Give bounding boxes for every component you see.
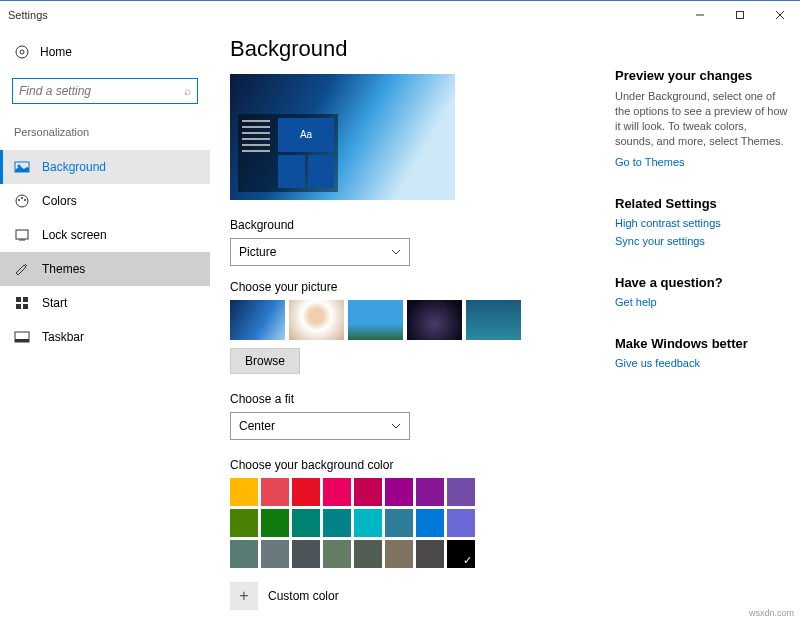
color-swatch[interactable] bbox=[354, 509, 382, 537]
color-swatch[interactable] bbox=[447, 509, 475, 537]
color-swatch[interactable] bbox=[385, 509, 413, 537]
color-swatch[interactable] bbox=[385, 540, 413, 568]
go-to-themes-link[interactable]: Go to Themes bbox=[615, 156, 788, 168]
start-preview: Aa bbox=[238, 114, 338, 192]
color-swatch[interactable] bbox=[230, 478, 258, 506]
svg-rect-15 bbox=[23, 297, 28, 302]
home-button[interactable]: Home bbox=[0, 38, 210, 66]
minimize-button[interactable] bbox=[680, 1, 720, 29]
picture-thumb[interactable] bbox=[466, 300, 521, 340]
sidebar: Home ⌕ Personalization Background Colors… bbox=[0, 28, 210, 622]
custom-color-label: Custom color bbox=[268, 589, 339, 603]
sync-settings-link[interactable]: Sync your settings bbox=[615, 235, 788, 247]
color-swatch[interactable] bbox=[230, 509, 258, 537]
feedback-link[interactable]: Give us feedback bbox=[615, 357, 788, 369]
browse-button[interactable]: Browse bbox=[230, 348, 300, 374]
start-icon bbox=[14, 295, 30, 311]
home-label: Home bbox=[40, 45, 72, 59]
sidebar-item-label: Colors bbox=[42, 194, 77, 208]
picture-thumbnails bbox=[230, 300, 595, 340]
color-swatch[interactable] bbox=[354, 540, 382, 568]
color-swatch[interactable] bbox=[323, 478, 351, 506]
page-heading: Background bbox=[230, 36, 595, 62]
get-help-link[interactable]: Get help bbox=[615, 296, 788, 308]
svg-point-5 bbox=[20, 50, 24, 54]
better-heading: Make Windows better bbox=[615, 336, 788, 351]
color-swatch[interactable] bbox=[261, 509, 289, 537]
gear-icon bbox=[14, 44, 30, 60]
color-swatch[interactable] bbox=[447, 478, 475, 506]
color-swatch[interactable] bbox=[416, 478, 444, 506]
search-icon: ⌕ bbox=[184, 84, 191, 98]
right-panel: Preview your changes Under Background, s… bbox=[615, 28, 800, 622]
custom-color-button[interactable]: + bbox=[230, 582, 258, 610]
themes-icon bbox=[14, 261, 30, 277]
color-swatch[interactable] bbox=[292, 540, 320, 568]
sidebar-item-colors[interactable]: Colors bbox=[0, 184, 210, 218]
sidebar-item-label: Start bbox=[42, 296, 67, 310]
background-label: Background bbox=[230, 218, 595, 232]
sidebar-item-label: Background bbox=[42, 160, 106, 174]
svg-rect-17 bbox=[23, 304, 28, 309]
color-swatch[interactable] bbox=[292, 478, 320, 506]
close-button[interactable] bbox=[760, 1, 800, 29]
search-field[interactable] bbox=[19, 84, 184, 98]
lockscreen-icon bbox=[14, 227, 30, 243]
sidebar-item-start[interactable]: Start bbox=[0, 286, 210, 320]
chevron-down-icon bbox=[391, 421, 401, 431]
preview-heading: Preview your changes bbox=[615, 68, 788, 83]
sidebar-item-themes[interactable]: Themes bbox=[0, 252, 210, 286]
choose-fit-label: Choose a fit bbox=[230, 392, 595, 406]
svg-rect-1 bbox=[737, 11, 744, 18]
sidebar-item-label: Themes bbox=[42, 262, 85, 276]
sidebar-item-background[interactable]: Background bbox=[0, 150, 210, 184]
sidebar-item-lockscreen[interactable]: Lock screen bbox=[0, 218, 210, 252]
picture-thumb[interactable] bbox=[407, 300, 462, 340]
color-grid bbox=[230, 478, 595, 568]
main-content: Background Aa Background Picture Choose … bbox=[210, 28, 615, 622]
svg-point-8 bbox=[16, 195, 28, 207]
preview-tile: Aa bbox=[278, 118, 334, 152]
svg-point-11 bbox=[24, 199, 26, 201]
picture-thumb[interactable] bbox=[230, 300, 285, 340]
search-input[interactable]: ⌕ bbox=[12, 78, 198, 104]
sidebar-item-taskbar[interactable]: Taskbar bbox=[0, 320, 210, 354]
background-dropdown[interactable]: Picture bbox=[230, 238, 410, 266]
titlebar: Settings bbox=[0, 0, 800, 28]
section-title: Personalization bbox=[0, 120, 210, 144]
color-swatch[interactable] bbox=[385, 478, 413, 506]
close-icon bbox=[775, 10, 785, 20]
picture-icon bbox=[14, 159, 30, 175]
dropdown-value: Center bbox=[239, 419, 275, 433]
color-swatch[interactable] bbox=[354, 478, 382, 506]
svg-point-4 bbox=[16, 46, 28, 58]
color-swatch[interactable] bbox=[323, 540, 351, 568]
svg-rect-14 bbox=[16, 297, 21, 302]
high-contrast-link[interactable]: High contrast settings bbox=[615, 217, 788, 229]
color-swatch[interactable] bbox=[292, 509, 320, 537]
dropdown-value: Picture bbox=[239, 245, 276, 259]
color-swatch[interactable] bbox=[416, 540, 444, 568]
question-heading: Have a question? bbox=[615, 275, 788, 290]
palette-icon bbox=[14, 193, 30, 209]
color-swatch[interactable] bbox=[447, 540, 475, 568]
maximize-button[interactable] bbox=[720, 1, 760, 29]
sidebar-item-label: Lock screen bbox=[42, 228, 107, 242]
window-title: Settings bbox=[8, 9, 48, 21]
picture-thumb[interactable] bbox=[289, 300, 344, 340]
sidebar-item-label: Taskbar bbox=[42, 330, 84, 344]
svg-rect-16 bbox=[16, 304, 21, 309]
maximize-icon bbox=[735, 10, 745, 20]
color-swatch[interactable] bbox=[230, 540, 258, 568]
chevron-down-icon bbox=[391, 247, 401, 257]
color-swatch[interactable] bbox=[261, 478, 289, 506]
background-preview: Aa bbox=[230, 74, 455, 200]
picture-thumb[interactable] bbox=[348, 300, 403, 340]
color-swatch[interactable] bbox=[261, 540, 289, 568]
preview-text: Under Background, select one of the opti… bbox=[615, 89, 788, 148]
svg-rect-19 bbox=[15, 339, 29, 342]
color-swatch[interactable] bbox=[323, 509, 351, 537]
fit-dropdown[interactable]: Center bbox=[230, 412, 410, 440]
color-swatch[interactable] bbox=[416, 509, 444, 537]
watermark: wsxdn.com bbox=[749, 608, 794, 618]
